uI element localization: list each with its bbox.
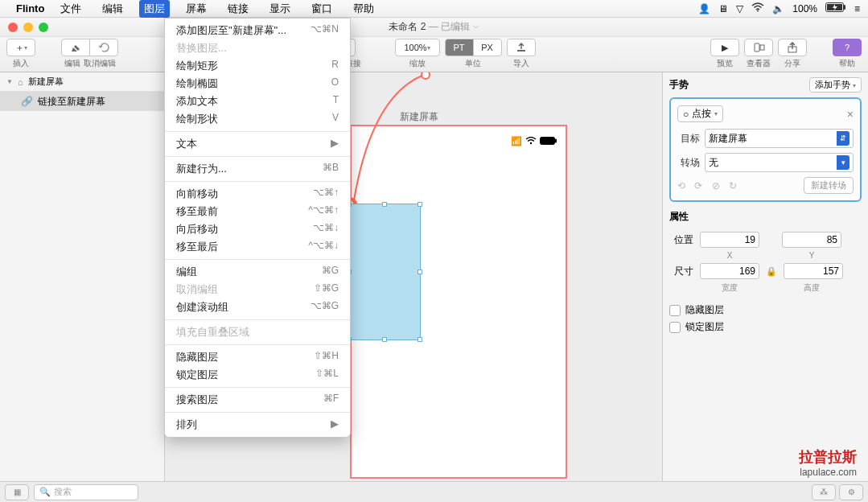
- svg-point-11: [530, 142, 532, 143]
- menu-layer[interactable]: 图层: [139, 0, 170, 18]
- app-name[interactable]: Flinto: [16, 2, 44, 14]
- volume-icon[interactable]: 🔈: [772, 3, 784, 14]
- lock-aspect-button[interactable]: 🔒: [766, 266, 777, 277]
- menu-item[interactable]: 向前移动⌥⌘↑: [165, 185, 350, 203]
- gesture-card: ○ 点按 ▾ × 目标 新建屏幕⇵ 转场 无▾ ⟲ ⟳ ⊘ ↻ 新建转场: [669, 97, 862, 202]
- export-label: 导入: [513, 58, 529, 69]
- zoom-label: 缩放: [409, 58, 426, 69]
- height-sublabel: 高度: [782, 282, 841, 294]
- menu-screen[interactable]: 屏幕: [181, 0, 212, 18]
- menu-item[interactable]: 移至最前^⌥⌘↑: [165, 203, 350, 220]
- wifi-icon[interactable]: [751, 2, 764, 14]
- unit-pt-button[interactable]: PT: [445, 39, 474, 56]
- gesture-icons[interactable]: ⟲ ⟳ ⊘ ↻: [677, 180, 740, 191]
- menu-item[interactable]: 添加图层至"新建屏幕"...⌥⌘N: [165, 22, 350, 39]
- menu-item[interactable]: 创建滚动组⌥⌘G: [165, 298, 350, 316]
- layer-menu-dropdown: 添加图层至"新建屏幕"...⌥⌘N替换图层...绘制矩形R绘制椭圆O添加文本T绘…: [164, 18, 351, 438]
- lock-layer-label: 锁定图层: [685, 320, 724, 334]
- shield-icon[interactable]: ▽: [736, 3, 743, 14]
- lock-layer-checkbox[interactable]: [669, 322, 681, 333]
- target-select[interactable]: 新建屏幕⇵: [705, 129, 854, 148]
- magic-wand-button[interactable]: ⁂: [812, 484, 836, 500]
- attrs-header: 属性: [669, 211, 689, 222]
- width-sublabel: 宽度: [700, 282, 759, 294]
- sidebar-link-row[interactable]: 🔗 链接至新建屏幕: [0, 92, 164, 111]
- svg-point-0: [757, 10, 759, 12]
- svg-rect-13: [555, 138, 557, 142]
- insert-button[interactable]: ＋ ▾: [6, 39, 35, 56]
- mock-statusbar: 📶: [511, 136, 557, 146]
- menu-item[interactable]: 向后移动⌥⌘↓: [165, 220, 350, 238]
- preview-button[interactable]: ▶: [710, 39, 739, 56]
- menu-file[interactable]: 文件: [56, 0, 86, 18]
- menu-item[interactable]: 锁定图层⇧⌘L: [165, 366, 350, 384]
- selected-rect[interactable]: [348, 204, 421, 340]
- menu-item[interactable]: 绘制椭圆O: [165, 75, 350, 93]
- transition-label: 转场: [677, 156, 700, 170]
- watermark-en: lapulace.com: [799, 467, 857, 478]
- menu-item[interactable]: 新建行为...⌘B: [165, 160, 350, 178]
- gesture-remove-button[interactable]: ×: [847, 108, 854, 121]
- menu-view[interactable]: 显示: [265, 0, 295, 18]
- menu-help[interactable]: 帮助: [348, 0, 379, 18]
- add-gesture-button[interactable]: 添加手势 ▾: [809, 77, 862, 93]
- inspector: 手势 添加手势 ▾ ○ 点按 ▾ × 目标 新建屏幕⇵ 转场 无▾ ⟲ ⟳ ⊘ …: [662, 72, 868, 481]
- menu-link[interactable]: 链接: [223, 0, 253, 18]
- edit-button[interactable]: [61, 39, 90, 56]
- svg-rect-9: [760, 45, 764, 50]
- menu-item[interactable]: 搜索图层⌘F: [165, 391, 350, 409]
- menu-item[interactable]: 隐藏图层⇧⌘H: [165, 348, 350, 366]
- y-sublabel: Y: [782, 251, 841, 260]
- viewer-button[interactable]: [744, 39, 773, 56]
- help-button[interactable]: ?: [833, 39, 862, 56]
- doc-title: 未命名 2: [389, 21, 426, 32]
- artboard[interactable]: 新建屏幕 📶: [350, 125, 567, 479]
- undo-edit-button[interactable]: [89, 39, 118, 56]
- new-transition-button[interactable]: 新建转场: [804, 177, 854, 194]
- minimize-button[interactable]: [23, 23, 33, 32]
- preview-label: 预览: [717, 58, 733, 69]
- battery-icon[interactable]: [825, 2, 846, 14]
- sidebar-screen-label: 新建屏幕: [28, 76, 64, 88]
- menu-item[interactable]: 排列▶: [165, 416, 350, 434]
- height-input[interactable]: [784, 263, 843, 279]
- menu-window[interactable]: 窗口: [306, 0, 337, 18]
- home-icon: ⌂: [18, 77, 23, 87]
- hide-layer-checkbox[interactable]: [669, 305, 681, 316]
- menu-item[interactable]: 移至最后^⌥⌘↓: [165, 238, 350, 256]
- footer-grid-button[interactable]: ▦: [5, 484, 29, 500]
- share-label: 分享: [784, 58, 800, 69]
- display-icon[interactable]: 🖥: [718, 3, 728, 14]
- zoom-value: 100%: [404, 43, 426, 52]
- search-field[interactable]: 🔍 搜索: [34, 484, 138, 500]
- zoom-button[interactable]: [39, 23, 48, 32]
- settings-button[interactable]: ⚙: [839, 484, 863, 500]
- x-sublabel: X: [700, 251, 759, 260]
- position-label: 位置: [669, 233, 693, 247]
- undo-label: 取消编辑: [84, 58, 116, 69]
- sidebar-screen-row[interactable]: ▼ ⌂ 新建屏幕: [0, 72, 164, 92]
- menu-item[interactable]: 添加文本T: [165, 93, 350, 110]
- menu-item[interactable]: 绘制矩形R: [165, 57, 350, 75]
- transition-select[interactable]: 无▾: [705, 153, 854, 172]
- zoom-dropdown[interactable]: 100% ▾: [395, 39, 440, 56]
- menu-item[interactable]: 绘制形状V: [165, 110, 350, 128]
- menu-item[interactable]: 编组⌘G: [165, 263, 350, 281]
- close-button[interactable]: [8, 23, 18, 32]
- watermark-cn: 拉普拉斯: [799, 447, 857, 467]
- unit-px-button[interactable]: PX: [473, 39, 502, 56]
- pos-y-input[interactable]: [782, 232, 841, 248]
- user-icon[interactable]: 👤: [698, 3, 710, 14]
- menu-edit[interactable]: 编辑: [97, 0, 128, 18]
- export-button[interactable]: [507, 39, 536, 56]
- doc-edited: — 已编辑: [429, 21, 470, 32]
- pos-x-input[interactable]: [700, 232, 759, 248]
- gesture-type-select[interactable]: ○ 点按 ▾: [677, 105, 723, 122]
- gesture-header: 手势: [669, 78, 689, 92]
- width-input[interactable]: [700, 263, 759, 279]
- insert-label: 插入: [13, 58, 29, 69]
- share-button[interactable]: [778, 39, 807, 56]
- menu-item[interactable]: 文本▶: [165, 135, 350, 153]
- menu-toggle-icon[interactable]: ≡: [854, 3, 860, 14]
- size-label: 尺寸: [669, 265, 693, 278]
